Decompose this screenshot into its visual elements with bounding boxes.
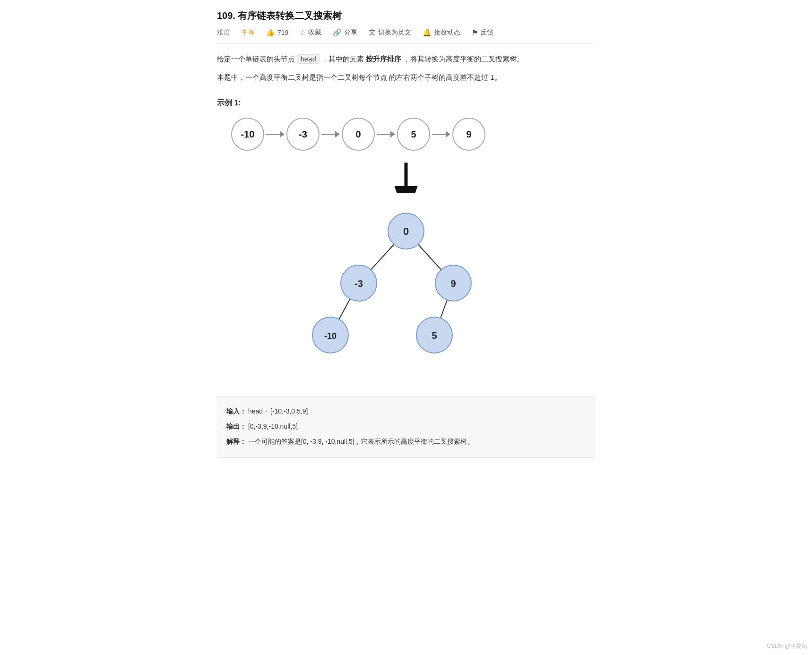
ll-arrow-0 bbox=[266, 131, 285, 138]
svg-text:5: 5 bbox=[432, 330, 437, 341]
svg-text:9: 9 bbox=[450, 278, 456, 289]
ll-node-3: 5 bbox=[397, 118, 430, 151]
linked-list-diagram: -10 -3 0 5 9 bbox=[231, 118, 595, 151]
desc-after: ，其中的元素 bbox=[321, 55, 364, 63]
svg-text:-3: -3 bbox=[354, 278, 363, 289]
down-arrow-svg bbox=[394, 160, 418, 193]
description-line2: 本题中，一个高度平衡二叉树是指一个二叉树每个节点 的左右两个子树的高度差不超过 … bbox=[217, 71, 595, 85]
ll-node-4: 9 bbox=[452, 118, 485, 151]
description-line1: 给定一个单链表的头节点 head ，其中的元素 按升序排序 ，将其转换为高度平衡… bbox=[217, 52, 595, 66]
collect-button[interactable]: ☆ 收藏 bbox=[300, 28, 321, 37]
ll-arrow-3 bbox=[432, 131, 450, 138]
svg-text:0: 0 bbox=[403, 225, 409, 237]
feedback-button[interactable]: ⚑ 反馈 bbox=[472, 28, 493, 37]
result-section: 输入： head = [-10,-3,0,5,9] 输出： [0,-3,9,-1… bbox=[217, 396, 595, 458]
desc-end: ，将其转换为高度平衡的二叉搜索树。 bbox=[403, 55, 524, 63]
output-value: [0,-3,9,-10,null,5] bbox=[248, 422, 298, 430]
share-icon: 🔗 bbox=[333, 28, 342, 37]
collect-label: 收藏 bbox=[308, 28, 321, 37]
lang-icon: 文 bbox=[369, 28, 376, 37]
bell-icon: 🔔 bbox=[423, 28, 432, 37]
explain-line: 解释： 一个可能的答案是[0, -3,9, -10,null,5]，它表示所示的… bbox=[226, 435, 586, 448]
ll-arrow-1 bbox=[321, 131, 340, 138]
feedback-icon: ⚑ bbox=[472, 28, 478, 37]
difficulty-label: 难度 bbox=[217, 28, 230, 37]
tree-svg: 0 -3 9 -10 5 bbox=[302, 207, 510, 387]
desc-before: 给定一个单链表的头节点 bbox=[217, 55, 295, 63]
head-code: head bbox=[297, 54, 320, 64]
explain-value: 一个可能的答案是[0, -3,9, -10,null,5]，它表示所示的高度平衡… bbox=[248, 438, 474, 445]
desc-bold: 按升序排序 bbox=[366, 55, 401, 63]
explain-label: 解释： bbox=[226, 438, 246, 445]
output-line: 输出： [0,-3,9,-10,null,5] bbox=[226, 420, 586, 433]
input-line: 输入： head = [-10,-3,0,5,9] bbox=[226, 405, 586, 418]
input-label: 输入： bbox=[226, 407, 246, 415]
svg-text:-10: -10 bbox=[324, 331, 337, 341]
page-container: 109. 有序链表转换二叉搜索树 难度 中等 👍 719 ☆ 收藏 🔗 分享 文… bbox=[203, 0, 609, 486]
ll-arrow-2 bbox=[377, 131, 395, 138]
feedback-label: 反馈 bbox=[480, 28, 493, 37]
ll-node-2: 0 bbox=[342, 118, 375, 151]
subscribe-label: 接收动态 bbox=[434, 28, 460, 37]
ll-node-1: -3 bbox=[286, 118, 320, 151]
like-count: 719 bbox=[277, 29, 288, 36]
meta-row: 难度 中等 👍 719 ☆ 收藏 🔗 分享 文 切换为英文 🔔 接收动态 ⚑ 反… bbox=[217, 28, 595, 44]
title-row: 109. 有序链表转换二叉搜索树 bbox=[217, 9, 595, 22]
example-title: 示例 1: bbox=[217, 98, 595, 108]
down-arrow-area bbox=[217, 160, 595, 193]
subscribe-button[interactable]: 🔔 接收动态 bbox=[423, 28, 460, 37]
input-value: head = [-10,-3,0,5,9] bbox=[248, 407, 308, 415]
description-section: 给定一个单链表的头节点 head ，其中的元素 按升序排序 ，将其转换为高度平衡… bbox=[217, 52, 595, 84]
star-icon: ☆ bbox=[300, 28, 306, 37]
like-icon: 👍 bbox=[266, 28, 275, 37]
tree-diagram: 0 -3 9 -10 5 bbox=[217, 207, 595, 387]
share-button[interactable]: 🔗 分享 bbox=[333, 28, 357, 37]
share-label: 分享 bbox=[344, 28, 357, 37]
difficulty-value: 中等 bbox=[242, 28, 255, 37]
page-title: 109. 有序链表转换二叉搜索树 bbox=[217, 9, 342, 22]
switch-lang-button[interactable]: 文 切换为英文 bbox=[369, 28, 411, 37]
like-button[interactable]: 👍 719 bbox=[266, 28, 288, 37]
output-label: 输出： bbox=[226, 422, 246, 430]
ll-node-0: -10 bbox=[231, 118, 264, 151]
switch-lang-label: 切换为英文 bbox=[378, 28, 411, 37]
